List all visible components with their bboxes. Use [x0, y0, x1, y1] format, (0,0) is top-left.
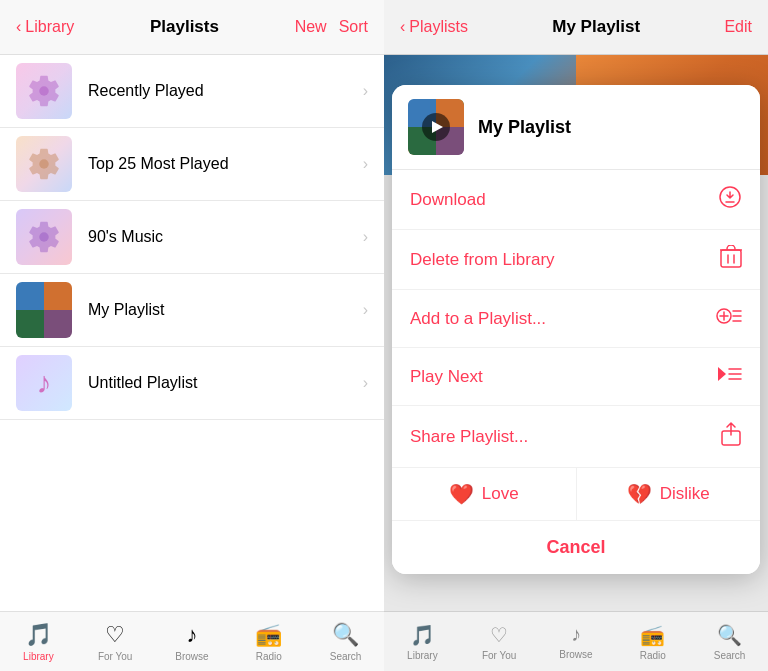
share-icon: [720, 421, 742, 452]
love-label: Love: [482, 484, 519, 504]
right-content-area: My Playlist Download Delete from Library: [384, 55, 768, 611]
dislike-button[interactable]: 💔 Dislike: [577, 468, 761, 520]
download-action[interactable]: Download: [392, 170, 760, 230]
right-tab-search-label: Search: [714, 650, 746, 661]
right-nav-title: My Playlist: [552, 17, 640, 37]
right-tab-radio[interactable]: 📻 Radio: [614, 623, 691, 661]
list-item[interactable]: 90's Music ›: [0, 201, 384, 274]
tab-foryou-label: For You: [98, 651, 132, 662]
add-playlist-action[interactable]: Add to a Playlist...: [392, 290, 760, 348]
list-item[interactable]: Recently Played ›: [0, 55, 384, 128]
nav-actions: New Sort: [295, 18, 368, 36]
left-tab-bar: 🎵 Library ♡ For You ♪ Browse 📻 Radio 🔍 S…: [0, 611, 384, 671]
action-header-title: My Playlist: [478, 117, 571, 138]
right-tab-browse-label: Browse: [559, 649, 592, 660]
library-tab-icon: 🎵: [410, 623, 435, 647]
playlists-back-button[interactable]: ‹ Playlists: [400, 18, 468, 36]
share-playlist-label: Share Playlist...: [410, 427, 528, 447]
trash-icon: [720, 245, 742, 274]
playlist-name: Top 25 Most Played: [88, 155, 229, 172]
list-item[interactable]: ♪ Untitled Playlist ›: [0, 347, 384, 420]
chevron-left-icon: ‹: [16, 18, 21, 36]
right-tab-radio-label: Radio: [640, 650, 666, 661]
sort-button[interactable]: Sort: [339, 18, 368, 36]
cancel-row: Cancel: [392, 521, 760, 574]
recently-played-thumb: [16, 63, 72, 119]
share-playlist-action[interactable]: Share Playlist...: [392, 406, 760, 468]
right-panel: ‹ Playlists My Playlist Edit: [384, 0, 768, 671]
love-dislike-row: ❤️ Love 💔 Dislike: [392, 468, 760, 521]
new-button[interactable]: New: [295, 18, 327, 36]
tab-radio-label: Radio: [256, 651, 282, 662]
right-tab-foryou-label: For You: [482, 650, 516, 661]
playlist-name: Recently Played: [88, 82, 204, 99]
list-item[interactable]: My Playlist ›: [0, 274, 384, 347]
chevron-right-icon: ›: [363, 228, 368, 246]
playlist-name: 90's Music: [88, 228, 163, 245]
love-button[interactable]: ❤️ Love: [392, 468, 577, 520]
right-tab-browse[interactable]: ♪ Browse: [538, 623, 615, 660]
tab-library[interactable]: 🎵 Library: [0, 622, 77, 662]
download-label: Download: [410, 190, 486, 210]
radio-icon: 📻: [255, 622, 282, 648]
svg-rect-1: [721, 250, 741, 267]
tab-for-you[interactable]: ♡ For You: [77, 622, 154, 662]
gear-icon: [25, 72, 63, 110]
tab-library-label: Library: [23, 651, 54, 662]
radio-tab-icon: 📻: [640, 623, 665, 647]
playlist-name: My Playlist: [88, 301, 164, 318]
chevron-left-icon: ‹: [400, 18, 405, 36]
untitled-playlist-thumb: ♪: [16, 355, 72, 411]
tab-search[interactable]: 🔍 Search: [307, 622, 384, 662]
playlist-info: My Playlist: [88, 301, 363, 319]
right-tab-library[interactable]: 🎵 Library: [384, 623, 461, 661]
left-nav-bar: ‹ Library Playlists New Sort: [0, 0, 384, 55]
add-playlist-label: Add to a Playlist...: [410, 309, 546, 329]
dislike-icon: 💔: [627, 482, 652, 506]
search-icon: 🔍: [332, 622, 359, 648]
action-sheet-header: My Playlist: [392, 85, 760, 170]
right-tab-bar: 🎵 Library ♡ For You ♪ Browse 📻 Radio 🔍 S…: [384, 611, 768, 671]
90s-music-thumb: [16, 209, 72, 265]
action-playlist-thumb: [408, 99, 464, 155]
my-playlist-thumb: [16, 282, 72, 338]
right-tab-library-label: Library: [407, 650, 438, 661]
tab-radio[interactable]: 📻 Radio: [230, 622, 307, 662]
library-back-button[interactable]: ‹ Library: [16, 18, 74, 36]
playlist-info: 90's Music: [88, 228, 363, 246]
tab-search-label: Search: [330, 651, 362, 662]
chevron-right-icon: ›: [363, 301, 368, 319]
playlists-title: Playlists: [150, 17, 219, 37]
delete-library-action[interactable]: Delete from Library: [392, 230, 760, 290]
play-next-label: Play Next: [410, 367, 483, 387]
right-tab-search[interactable]: 🔍 Search: [691, 623, 768, 661]
playlists-back-label: Playlists: [409, 18, 468, 36]
browse-tab-icon: ♪: [571, 623, 581, 646]
top25-thumb: [16, 136, 72, 192]
playlist-info: Top 25 Most Played: [88, 155, 363, 173]
cancel-button[interactable]: Cancel: [546, 537, 605, 558]
music-note-icon: ♪: [37, 366, 52, 400]
delete-library-label: Delete from Library: [410, 250, 555, 270]
dislike-label: Dislike: [660, 484, 710, 504]
left-panel: ‹ Library Playlists New Sort Recently Pl…: [0, 0, 384, 671]
list-item[interactable]: Top 25 Most Played ›: [0, 128, 384, 201]
chevron-right-icon: ›: [363, 374, 368, 392]
tab-browse-label: Browse: [175, 651, 208, 662]
right-tab-for-you[interactable]: ♡ For You: [461, 623, 538, 661]
playlist-name: Untitled Playlist: [88, 374, 197, 391]
library-back-label: Library: [25, 18, 74, 36]
tab-browse[interactable]: ♪ Browse: [154, 622, 231, 662]
action-sheet: My Playlist Download Delete from Library: [392, 85, 760, 574]
add-playlist-icon: [716, 305, 742, 332]
play-next-icon: [716, 363, 742, 390]
right-nav-bar: ‹ Playlists My Playlist Edit: [384, 0, 768, 55]
foryou-tab-icon: ♡: [490, 623, 508, 647]
search-tab-icon: 🔍: [717, 623, 742, 647]
gear-icon: [25, 218, 63, 256]
play-next-action[interactable]: Play Next: [392, 348, 760, 406]
edit-button[interactable]: Edit: [724, 18, 752, 36]
library-icon: 🎵: [25, 622, 52, 648]
browse-icon: ♪: [186, 622, 197, 648]
playlist-list: Recently Played › Top 25 Most Played ›: [0, 55, 384, 611]
